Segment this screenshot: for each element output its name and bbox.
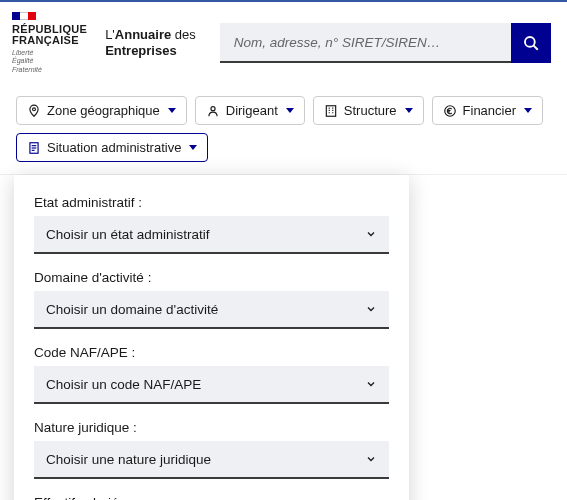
- filter-bar: Zone géographique Dirigeant Structure Fi…: [0, 84, 567, 175]
- filter-structure-label: Structure: [344, 103, 397, 118]
- field-nature-juridique: Nature juridique : Choisir une nature ju…: [34, 420, 389, 479]
- chevron-down-icon: [524, 108, 532, 113]
- search-icon: [522, 34, 540, 52]
- situation-administrative-panel: Etat administratif : Choisir un état adm…: [14, 175, 409, 500]
- building-icon: [324, 104, 338, 118]
- main-content: importe quelle entreprise, ass ment ou r…: [0, 175, 567, 437]
- document-icon: [27, 141, 41, 155]
- etat-administratif-select[interactable]: Choisir un état administratif: [34, 216, 389, 254]
- filter-geo[interactable]: Zone géographique: [16, 96, 187, 125]
- filter-geo-label: Zone géographique: [47, 103, 160, 118]
- chevron-down-icon: [286, 108, 294, 113]
- search-bar: [220, 23, 551, 63]
- field-etat-administratif: Etat administratif : Choisir un état adm…: [34, 195, 389, 254]
- header: RÉPUBLIQUE FRANÇAISE Liberté Égalité Fra…: [0, 2, 567, 84]
- filter-structure[interactable]: Structure: [313, 96, 424, 125]
- code-naf-select[interactable]: Choisir un code NAF/APE: [34, 366, 389, 404]
- chevron-down-icon: [365, 453, 377, 465]
- svg-line-1: [534, 46, 538, 50]
- filter-situation-label: Situation administrative: [47, 140, 181, 155]
- gov-motto: Liberté Égalité Fraternité: [12, 49, 42, 74]
- field-domaine-activite: Domaine d'activité : Choisir un domaine …: [34, 270, 389, 329]
- svg-rect-4: [326, 105, 335, 116]
- search-button[interactable]: [511, 23, 551, 63]
- nature-juridique-value: Choisir une nature juridique: [46, 452, 211, 467]
- gov-title-line2: FRANÇAISE: [12, 35, 79, 46]
- chevron-down-icon: [365, 303, 377, 315]
- field-code-naf: Code NAF/APE : Choisir un code NAF/APE: [34, 345, 389, 404]
- gov-marianne-block: RÉPUBLIQUE FRANÇAISE Liberté Égalité Fra…: [12, 12, 87, 74]
- code-naf-value: Choisir un code NAF/APE: [46, 377, 201, 392]
- filter-dirigeant[interactable]: Dirigeant: [195, 96, 305, 125]
- site-brand[interactable]: L'Annuaire desEntreprises: [105, 27, 196, 58]
- search-input[interactable]: [220, 23, 511, 63]
- filter-financier[interactable]: Financier: [432, 96, 543, 125]
- filter-situation-administrative[interactable]: Situation administrative: [16, 133, 208, 162]
- etat-administratif-label: Etat administratif :: [34, 195, 389, 210]
- chevron-down-icon: [189, 145, 197, 150]
- domaine-activite-label: Domaine d'activité :: [34, 270, 389, 285]
- nature-juridique-label: Nature juridique :: [34, 420, 389, 435]
- french-flag-icon: [12, 12, 36, 20]
- svg-point-2: [33, 107, 36, 110]
- effectif-salarie-label: Effectif salarié: [34, 495, 389, 500]
- nature-juridique-select[interactable]: Choisir une nature juridique: [34, 441, 389, 479]
- svg-point-0: [525, 37, 535, 47]
- chevron-down-icon: [168, 108, 176, 113]
- euro-icon: [443, 104, 457, 118]
- person-icon: [206, 104, 220, 118]
- chevron-down-icon: [365, 228, 377, 240]
- domaine-activite-value: Choisir un domaine d'activité: [46, 302, 218, 317]
- filter-financier-label: Financier: [463, 103, 516, 118]
- chevron-down-icon: [405, 108, 413, 113]
- field-effectif-salarie: Effectif salarié: [34, 495, 389, 500]
- domaine-activite-select[interactable]: Choisir un domaine d'activité: [34, 291, 389, 329]
- chevron-down-icon: [365, 378, 377, 390]
- code-naf-label: Code NAF/APE :: [34, 345, 389, 360]
- svg-point-3: [211, 106, 215, 110]
- pin-icon: [27, 104, 41, 118]
- filter-dirigeant-label: Dirigeant: [226, 103, 278, 118]
- etat-administratif-value: Choisir un état administratif: [46, 227, 210, 242]
